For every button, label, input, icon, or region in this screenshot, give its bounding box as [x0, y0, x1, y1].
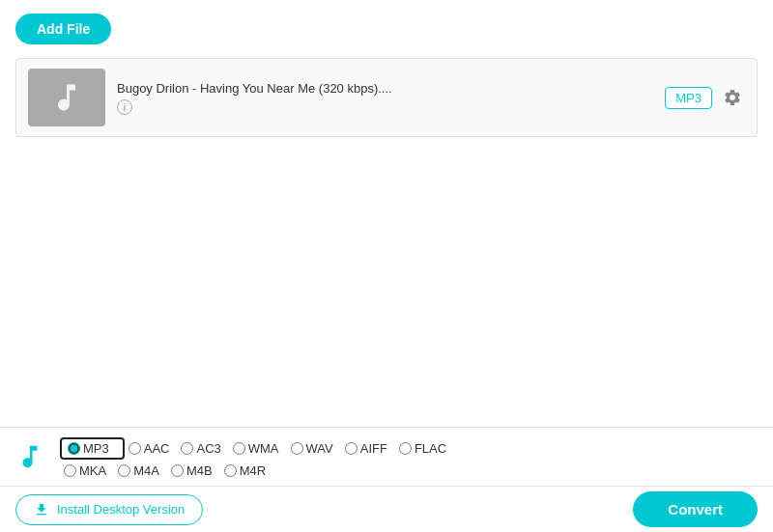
radio-m4a[interactable] [118, 464, 130, 477]
format-options: MP3 AAC AC3 WMA WAV [60, 437, 454, 478]
radio-aac[interactable] [129, 442, 141, 455]
file-thumbnail [28, 69, 105, 126]
info-icon[interactable]: i [117, 99, 132, 115]
format-badge[interactable]: MP3 [665, 87, 712, 109]
radio-ac3[interactable] [181, 442, 193, 455]
format-option-m4a[interactable]: M4A [118, 463, 159, 478]
format-label-mka: MKA [79, 463, 106, 478]
radio-flac[interactable] [399, 442, 412, 455]
format-label-aiff: AIFF [360, 441, 387, 456]
download-icon [34, 502, 49, 518]
format-option-m4r[interactable]: M4R [224, 463, 266, 478]
format-label-aac: AAC [144, 441, 170, 456]
format-label-m4a: M4A [133, 463, 159, 478]
format-label-mp3: MP3 [83, 441, 109, 456]
radio-wma[interactable] [233, 442, 245, 455]
format-option-aiff[interactable]: AIFF [345, 441, 387, 456]
music-format-icon [15, 442, 44, 471]
file-actions: MP3 [665, 85, 745, 110]
file-name: Bugoy Drilon - Having You Near Me (320 k… [117, 81, 653, 96]
format-label-flac: FLAC [415, 441, 446, 456]
format-option-flac[interactable]: FLAC [399, 441, 446, 456]
music-icon-wrap [15, 442, 44, 474]
format-row-2: MKA M4A M4B M4R [60, 463, 454, 478]
format-option-mp3-box: MP3 [60, 437, 125, 460]
file-info: Bugoy Drilon - Having You Near Me (320 k… [117, 81, 653, 115]
format-panel: MP3 AAC AC3 WMA WAV [0, 427, 773, 486]
radio-wav[interactable] [291, 442, 303, 455]
format-label-m4r: M4R [240, 463, 266, 478]
file-item: Bugoy Drilon - Having You Near Me (320 k… [16, 59, 757, 136]
radio-m4b[interactable] [171, 464, 184, 477]
convert-button[interactable]: Convert [633, 491, 758, 527]
radio-mp3[interactable] [68, 442, 80, 455]
format-option-wav[interactable]: WAV [291, 441, 333, 456]
format-option-mp3[interactable]: MP3 [68, 441, 109, 456]
radio-aiff[interactable] [345, 442, 358, 455]
format-option-aac[interactable]: AAC [129, 441, 170, 456]
radio-m4r[interactable] [224, 464, 237, 477]
format-label-wav: WAV [306, 441, 333, 456]
add-file-button[interactable]: Add File [15, 14, 111, 44]
format-label-wma: WMA [248, 441, 279, 456]
format-option-m4b[interactable]: M4B [171, 463, 213, 478]
file-list: Bugoy Drilon - Having You Near Me (320 k… [15, 58, 758, 137]
radio-mka[interactable] [64, 464, 76, 477]
install-desktop-button[interactable]: Install Desktop Version [15, 494, 203, 525]
settings-icon[interactable] [720, 85, 745, 110]
install-label: Install Desktop Version [57, 502, 185, 517]
format-option-mka[interactable]: MKA [64, 463, 106, 478]
bottom-bar: Install Desktop Version Convert [0, 486, 773, 532]
format-label-m4b: M4B [186, 463, 213, 478]
format-row-1: MP3 AAC AC3 WMA WAV [60, 437, 454, 460]
format-option-ac3[interactable]: AC3 [181, 441, 220, 456]
format-option-wma[interactable]: WMA [233, 441, 279, 456]
music-note-icon [49, 80, 84, 115]
toolbar: Add File [0, 0, 773, 58]
format-label-ac3: AC3 [196, 441, 220, 456]
